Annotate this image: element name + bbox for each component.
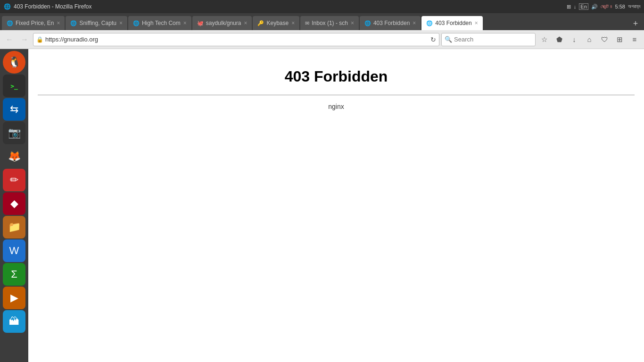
tab-favicon: 🌐 bbox=[364, 20, 371, 26]
tab-close-button[interactable]: × bbox=[57, 20, 60, 26]
tab-label: 403 Forbidden bbox=[373, 20, 410, 26]
titlebar-favicon: 🌐 bbox=[4, 3, 11, 10]
launcher-icon-impress: ▶ bbox=[10, 292, 18, 304]
shield-button[interactable]: 🛡 bbox=[598, 33, 611, 46]
tab-tab4[interactable]: 🐙 saydulk/gnura × bbox=[192, 16, 252, 30]
launcher-item-text-editor[interactable]: ✏ bbox=[3, 169, 25, 191]
forward-button[interactable]: → bbox=[18, 33, 31, 46]
tab-close-button[interactable]: × bbox=[351, 20, 354, 26]
tab-tab2[interactable]: 🌐 Sniffing, Captu × bbox=[66, 16, 127, 30]
home-button[interactable]: ⌂ bbox=[583, 33, 596, 46]
launcher-item-teamviewer[interactable]: ⇆ bbox=[3, 98, 25, 121]
address-bar[interactable] bbox=[45, 36, 429, 43]
launcher-icon-arch: 🏔 bbox=[9, 315, 19, 328]
launcher-item-calc[interactable]: Σ bbox=[3, 263, 25, 286]
search-container: 🔍 bbox=[441, 33, 536, 46]
tabbar: 🌐 Fixed Price, En × 🌐 Sniffing, Captu × … bbox=[0, 13, 644, 30]
systray-language: En bbox=[579, 3, 588, 10]
secure-icon: 🔒 bbox=[36, 36, 43, 43]
launcher-item-files[interactable]: 📁 bbox=[3, 216, 25, 239]
page-content: 403 Forbidden nginx bbox=[28, 49, 644, 362]
screenshot-button[interactable]: ⬟ bbox=[553, 33, 566, 46]
launcher-icon-text-editor: ✏ bbox=[10, 174, 18, 186]
systray-time: 5:58 bbox=[615, 4, 625, 9]
titlebar-title: 403 Forbidden - Mozilla Firefox bbox=[14, 3, 567, 10]
grid-button[interactable]: ⊞ bbox=[613, 33, 626, 46]
reload-button[interactable]: ↻ bbox=[430, 36, 436, 43]
launcher-icon-writer: W bbox=[9, 245, 19, 257]
error-server: nginx bbox=[328, 103, 344, 110]
launcher-icon-terminal: >_ bbox=[10, 82, 18, 90]
new-tab-button[interactable]: + bbox=[629, 17, 642, 30]
tab-tab1[interactable]: 🌐 Fixed Price, En × bbox=[2, 16, 65, 30]
tab-label: Sniffing, Captu bbox=[79, 20, 116, 26]
search-input[interactable] bbox=[454, 36, 520, 43]
launcher-item-terminal[interactable]: >_ bbox=[3, 74, 25, 97]
tab-tab5[interactable]: 🔑 Keybase × bbox=[253, 16, 299, 30]
launcher-icon-teamviewer: ⇆ bbox=[10, 103, 18, 115]
tab-label: 403 Forbidden bbox=[435, 20, 471, 26]
tab-close-button[interactable]: × bbox=[291, 20, 295, 26]
tab-tab8[interactable]: 🌐 403 Forbidden × bbox=[421, 16, 482, 30]
systray-layout-icon: ⊞ bbox=[567, 4, 571, 10]
tab-favicon: 🌐 bbox=[426, 20, 433, 26]
titlebar: 🌐 403 Forbidden - Mozilla Firefox ⊞ ↓ En… bbox=[0, 0, 644, 13]
launcher-item-firefox[interactable]: 🦊 bbox=[3, 145, 25, 168]
main-layout: 🐧>_⇆📷🦊✏◆📁WΣ▶🏔 403 Forbidden nginx bbox=[0, 49, 644, 362]
launcher-icon-pivot: ◆ bbox=[10, 197, 18, 210]
systray-bengali-text: স্ক্রেন্ট ৪ bbox=[601, 4, 612, 9]
tab-label: Keybase bbox=[266, 20, 289, 26]
error-title: 403 Forbidden bbox=[285, 68, 388, 85]
tab-close-button[interactable]: × bbox=[475, 20, 478, 26]
systray-volume-icon: 🔊 bbox=[591, 4, 598, 10]
tab-tab7[interactable]: 🌐 403 Forbidden × bbox=[360, 16, 421, 30]
star-button[interactable]: ☆ bbox=[537, 33, 551, 46]
launcher-icon-files: 📁 bbox=[8, 221, 21, 233]
tab-label: High Tech Com bbox=[142, 20, 181, 26]
launcher-icon-firefox: 🦊 bbox=[8, 150, 21, 163]
launcher-item-pivot[interactable]: ◆ bbox=[3, 192, 25, 215]
menu-button[interactable]: ≡ bbox=[628, 33, 641, 46]
tab-tab3[interactable]: 🌐 High Tech Com × bbox=[128, 16, 191, 30]
tab-label: Inbox (1) - sch bbox=[312, 20, 348, 26]
tab-close-button[interactable]: × bbox=[244, 20, 247, 26]
tab-close-button[interactable]: × bbox=[119, 20, 123, 26]
launcher: 🐧>_⇆📷🦊✏◆📁WΣ▶🏔 bbox=[0, 49, 28, 362]
launcher-item-writer[interactable]: W bbox=[3, 239, 25, 262]
download-button[interactable]: ↓ bbox=[568, 33, 581, 46]
tab-favicon: ✉ bbox=[305, 20, 309, 26]
search-icon: 🔍 bbox=[445, 36, 452, 43]
systray: ⊞ ↓ En 🔊 স্ক্রেন্ট ৪ 5:58 অপরাহ্ন bbox=[567, 3, 640, 10]
tab-label: Fixed Price, En bbox=[16, 20, 54, 26]
address-bar-container: 🔒 ↻ bbox=[33, 33, 439, 46]
error-divider bbox=[38, 95, 635, 95]
launcher-icon-ubuntu: 🐧 bbox=[8, 56, 21, 68]
tab-favicon: 🌐 bbox=[70, 20, 77, 26]
tab-favicon: 🔑 bbox=[257, 20, 264, 26]
systray-download-icon: ↓ bbox=[574, 4, 577, 9]
systray-suffix: অপরাহ্ন bbox=[628, 4, 640, 9]
tab-close-button[interactable]: × bbox=[413, 20, 416, 26]
launcher-item-camera[interactable]: 📷 bbox=[3, 122, 25, 144]
launcher-item-arch[interactable]: 🏔 bbox=[3, 310, 25, 333]
tab-close-button[interactable]: × bbox=[183, 20, 187, 26]
tab-favicon: 🌐 bbox=[133, 20, 140, 26]
toolbar: ← → 🔒 ↻ 🔍 ☆ ⬟ ↓ ⌂ 🛡 ⊞ ≡ bbox=[0, 30, 644, 49]
tab-favicon: 🌐 bbox=[7, 20, 13, 26]
tab-favicon: 🐙 bbox=[197, 20, 204, 26]
back-button[interactable]: ← bbox=[3, 33, 16, 46]
launcher-item-ubuntu[interactable]: 🐧 bbox=[3, 51, 25, 74]
launcher-icon-calc: Σ bbox=[11, 268, 17, 280]
launcher-icon-camera: 📷 bbox=[8, 127, 21, 139]
tab-label: saydulk/gnura bbox=[206, 20, 241, 26]
tab-tab6[interactable]: ✉ Inbox (1) - sch × bbox=[300, 16, 359, 30]
launcher-item-impress[interactable]: ▶ bbox=[3, 287, 25, 309]
